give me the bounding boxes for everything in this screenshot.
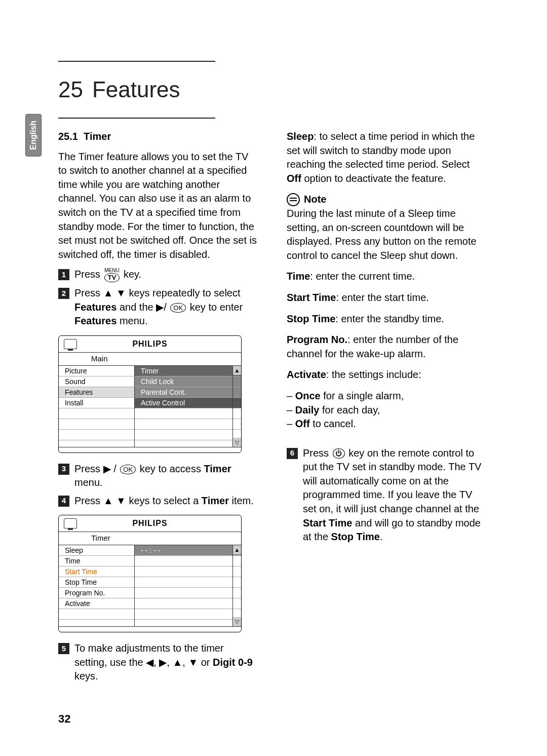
def-program-no: Program No.: enter the number of the cha… [287, 333, 487, 361]
up-arrow-icon: ▲ [103, 495, 113, 506]
down-arrow-icon: ▼ [188, 657, 198, 668]
step-6: 6 Press ⏻ key on the remote control to p… [287, 446, 487, 544]
scroll-down-icon: ▽ [233, 438, 241, 447]
osd-left-item: Sound [59, 376, 134, 387]
def-time: Time: enter the current time. [287, 270, 487, 284]
scroll-down-icon: ▽ [233, 617, 241, 626]
note-text: During the last minute of a Sleep time s… [287, 207, 487, 262]
osd-brand: PHILIPS [132, 338, 167, 350]
osd-left-item: Stop Time [59, 577, 134, 588]
tv-icon [64, 518, 77, 528]
osd-scrollbar: ▲ ▽ [232, 366, 241, 447]
osd-right-item: Active Control [135, 398, 241, 408]
osd-left-item: Picture [59, 366, 134, 376]
osd-timer-title: Timer [59, 532, 241, 545]
osd-left-item: Start Time [59, 566, 134, 577]
down-arrow-icon: ▼ [116, 287, 126, 298]
step-4: 4 Press ▲ ▼ keys to select a Timer item. [58, 494, 258, 508]
osd-main-menu: PHILIPS Main Picture Sound Features Inst… [58, 335, 242, 453]
osd-timer-menu: PHILIPS Timer Sleep Time Start Time Stop… [58, 515, 242, 632]
osd-brand: PHILIPS [132, 518, 167, 529]
note-heading: Note [287, 193, 487, 207]
scroll-up-icon: ▲ [233, 366, 241, 375]
step-1: 1 Press MENU TV key. [58, 268, 258, 282]
left-column: 25.1 Timer The Timer feature allows you … [58, 130, 258, 691]
osd-right-value: - - : - - [135, 545, 241, 556]
language-tab: English [25, 114, 42, 157]
right-arrow-icon: ▶ [103, 463, 111, 474]
chapter-heading: 25Features [58, 77, 512, 102]
osd-scrollbar: ▲ ▽ [232, 545, 241, 626]
def-activate: Activate: the settings include: [287, 368, 487, 382]
step-badge: 1 [58, 269, 69, 280]
up-arrow-icon: ▲ [103, 287, 113, 298]
def-stop-time: Stop Time: enter the standby time. [287, 312, 487, 326]
up-arrow-icon: ▲ [172, 657, 182, 668]
osd-main-title: Main [59, 353, 241, 366]
osd-left-item: Sleep [59, 545, 134, 556]
step-5: 5 To make adjustments to the timer setti… [58, 641, 258, 684]
power-key-icon: ⏻ [333, 448, 345, 459]
chapter-number: 25 [58, 77, 83, 102]
down-arrow-icon: ▼ [116, 495, 126, 506]
osd-left-item: Program No. [59, 588, 134, 598]
right-arrow-icon: ▶ [156, 301, 164, 313]
osd-left-item: Features [59, 387, 134, 398]
osd-right-item: Parental Cont. [135, 387, 241, 398]
step-3: 3 Press ▶ / OK key to access Timer menu. [58, 462, 258, 490]
scroll-up-icon: ▲ [233, 545, 241, 554]
right-column: Sleep: to select a time period in which … [287, 130, 487, 691]
page-number: 32 [58, 712, 70, 726]
note-icon [287, 193, 300, 206]
activate-options: – Once for a single alarm, – Daily for e… [287, 389, 487, 431]
osd-right-item: Child Lock [135, 376, 241, 387]
step-badge: 5 [58, 643, 69, 654]
menu-tv-key-icon: MENU TV [104, 268, 120, 282]
def-start-time: Start Time: enter the start time. [287, 291, 487, 305]
ok-key-icon: OK [120, 465, 136, 474]
step-badge: 2 [58, 288, 69, 299]
step-badge: 6 [287, 448, 298, 459]
step-2: 2 Press ▲ ▼ keys repeatedly to select Fe… [58, 286, 258, 328]
tv-icon [64, 339, 77, 349]
def-sleep: Sleep: to select a time period in which … [287, 130, 487, 185]
osd-left-item: Install [59, 398, 134, 408]
section-title: 25.1 Timer [58, 130, 258, 144]
intro-paragraph: The Timer feature allows you to set the … [58, 150, 258, 262]
osd-left-item: Activate [59, 598, 134, 609]
divider-mid [58, 118, 215, 119]
right-arrow-icon: ▶ [159, 657, 167, 668]
ok-key-icon: OK [170, 303, 186, 313]
chapter-title: Features [92, 77, 180, 102]
osd-right-item: Timer [135, 366, 241, 376]
step-badge: 3 [58, 464, 69, 475]
osd-left-item: Time [59, 556, 134, 566]
divider-top [58, 61, 215, 62]
step-badge: 4 [58, 496, 69, 507]
left-arrow-icon: ◀ [146, 657, 153, 668]
